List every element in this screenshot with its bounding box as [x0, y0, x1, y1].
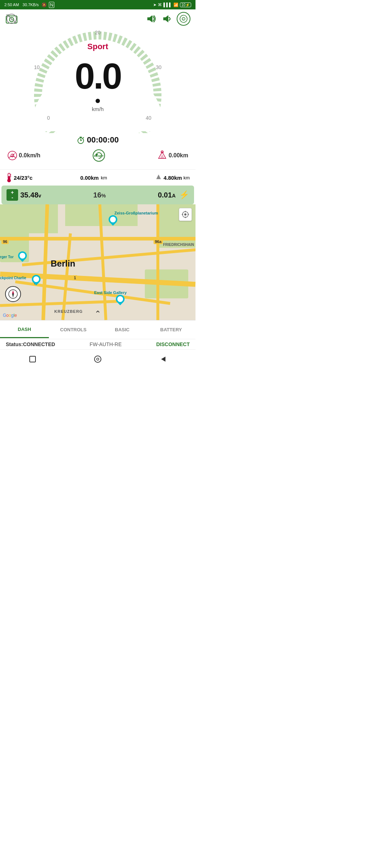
- chevron-up-button[interactable]: ⌃: [94, 309, 101, 319]
- road-label-96: 96: [1, 239, 9, 244]
- city-label: Berlin: [51, 259, 75, 269]
- recents-button[interactable]: [26, 353, 39, 366]
- map-background: 96 96a 1 2 FRIEDRICHSHAIN Berlin Zeiss-G…: [0, 204, 196, 320]
- recents-icon: [29, 355, 37, 363]
- sub-stats: 0.0km/h RESET 0.00km: [0, 147, 196, 166]
- horn-button[interactable]: [145, 12, 158, 25]
- poi-eastside-label: East Side Gallery: [94, 290, 127, 295]
- voltage-cell: + - 35.48v: [7, 189, 41, 201]
- battery-status: 10⚡: [180, 3, 191, 7]
- svg-rect-14: [80, 137, 82, 138]
- trip-distance: 0.00km: [157, 150, 188, 161]
- timer-value: 00:00:00: [87, 135, 119, 145]
- bluetooth-icon: ⌘: [158, 3, 162, 7]
- location-button[interactable]: [179, 208, 192, 221]
- battery-icon: + -: [7, 189, 18, 201]
- tick-20: 20: [95, 30, 101, 35]
- status-right: ➤ ⌘ ▌▌▌ 📶 10⚡: [153, 3, 191, 7]
- compass-button[interactable]: [5, 286, 21, 302]
- timer-row: 00:00:00: [0, 133, 196, 147]
- tick-40: 40: [146, 115, 151, 121]
- speed-unit: km/h: [92, 106, 104, 112]
- percent-cell: 16%: [93, 191, 106, 199]
- tick-30: 30: [156, 64, 161, 70]
- speed-dot: [96, 99, 100, 103]
- compass-icon: [8, 289, 18, 299]
- map-container[interactable]: 96 96a 1 2 FRIEDRICHSHAIN Berlin Zeiss-G…: [0, 204, 196, 320]
- range-icon: [155, 174, 162, 181]
- tab-controls[interactable]: CONTROLS: [49, 322, 98, 337]
- odometer-value: 0.00km: [80, 175, 99, 181]
- checkpoint-label: ckpoint Charlie: [0, 276, 26, 280]
- speaker-button[interactable]: [161, 12, 174, 25]
- thermometer-icon: [6, 173, 12, 183]
- speed-value: 0.0: [75, 58, 121, 94]
- batt-minus: -: [12, 195, 13, 200]
- svg-point-45: [97, 358, 99, 360]
- kreuzberg-label: KREUZBERG: [54, 309, 83, 314]
- range-value: 4.80km: [164, 175, 182, 181]
- svg-rect-28: [8, 176, 10, 180]
- svg-point-34: [184, 213, 186, 216]
- status-bar: 2:50 AM 30.7KB/s 🔕 N ➤ ⌘ ▌▌▌ 📶 10⚡: [0, 0, 196, 9]
- poi-zeiss-label: Zeiss-Großplanetarium: [114, 211, 158, 215]
- tab-dash[interactable]: DASH: [0, 322, 49, 338]
- temperature-value: 24/23°c: [14, 175, 33, 181]
- android-nav: [0, 349, 196, 368]
- top-toolbar: ♪: [0, 9, 196, 28]
- music-button[interactable]: ♪: [177, 12, 190, 26]
- road-label-1: 1: [72, 275, 77, 280]
- svg-point-44: [94, 356, 101, 362]
- nfc-icon: N: [49, 2, 54, 8]
- tick-10: 10: [34, 64, 40, 70]
- road-label-96a: 96a: [154, 239, 163, 244]
- disconnect-button[interactable]: DISCONNECT: [156, 341, 190, 347]
- friedrichshain-label: FRIEDRICHSHAIN: [163, 243, 194, 247]
- home-button[interactable]: [91, 353, 104, 366]
- burger-label: rger Tor: [0, 255, 14, 259]
- odometer-item: 0.00km km: [80, 175, 107, 181]
- battery-bar: + - 35.48v 16% 0.01A ⚡: [1, 186, 194, 204]
- reset-icon[interactable]: RESET: [92, 148, 106, 163]
- mute-icon: 🔕: [42, 3, 47, 7]
- tab-battery[interactable]: BATTERY: [147, 322, 196, 337]
- wifi-icon: 📶: [173, 3, 178, 7]
- avg-speed: 0.0km/h: [7, 150, 41, 161]
- range-item: 4.80km km: [155, 174, 190, 181]
- amps-cell: 0.01A ⚡: [158, 190, 189, 200]
- back-button[interactable]: [156, 353, 169, 366]
- voltage-value: 35.48v: [20, 191, 41, 199]
- svg-marker-46: [161, 357, 165, 362]
- gauge-wrapper: // Will be drawn via JS below 20 10 30 0…: [29, 28, 167, 133]
- info-bar: 24/23°c 0.00km km 4.80km km: [0, 169, 196, 186]
- fw-label: FW-AUTH-RE: [90, 341, 122, 347]
- bottom-nav: DASH CONTROLS BASIC BATTERY: [0, 320, 196, 339]
- temperature-item: 24/23°c: [6, 173, 33, 183]
- svg-point-42: [12, 293, 14, 295]
- stopwatch-icon: [77, 136, 85, 144]
- status-data: 30.7KB/s: [22, 3, 39, 7]
- mode-label: Sport: [87, 42, 108, 51]
- batt-plus: +: [11, 190, 14, 195]
- distance-icon: [157, 150, 167, 161]
- toolbar-left: [5, 12, 18, 25]
- signal-icon: ▌▌▌: [163, 3, 172, 7]
- status-bottom: Status:CONNECTED FW-AUTH-RE DISCONNECT: [0, 339, 196, 349]
- timer-display: 00:00:00: [77, 135, 119, 145]
- connection-status: Status:CONNECTED: [6, 341, 55, 347]
- back-icon: [159, 355, 167, 363]
- status-time: 2:50 AM: [4, 3, 19, 7]
- tab-basic[interactable]: BASIC: [98, 322, 147, 337]
- tick-0: 0: [47, 115, 50, 121]
- avg-speed-value: 0.0km/h: [19, 152, 41, 159]
- trip-distance-value: 0.00km: [169, 152, 188, 159]
- status-left: 2:50 AM 30.7KB/s 🔕 N: [4, 2, 54, 8]
- svg-text:RESET: RESET: [94, 154, 104, 158]
- avg-speed-icon: [7, 150, 17, 161]
- camera-button[interactable]: [5, 12, 18, 25]
- svg-text:♪: ♪: [182, 17, 184, 21]
- amps-value: 0.01A: [158, 191, 176, 199]
- reset-button[interactable]: RESET: [92, 148, 106, 163]
- toolbar-right: ♪: [145, 12, 190, 26]
- odometer-unit: km: [101, 175, 107, 180]
